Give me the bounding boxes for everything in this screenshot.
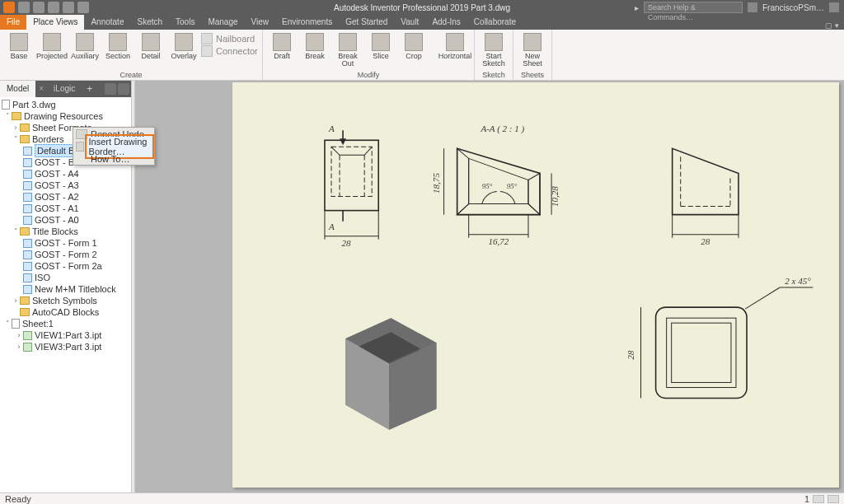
help-search-input[interactable]: Search Help & Commands…	[644, 2, 743, 13]
svg-text:A: A	[328, 222, 335, 231]
tab-add-ins[interactable]: Add-Ins	[425, 15, 467, 30]
drawing-canvas[interactable]: A A 28 A-A ( 2 : 1 )	[135, 81, 844, 492]
ribbon-group-sheets: New Sheet Sheets	[513, 30, 552, 80]
ribbon-group-label: Sketch	[478, 70, 509, 80]
svg-marker-6	[340, 138, 346, 145]
tab-get-started[interactable]: Get Started	[339, 15, 394, 30]
tree-view3[interactable]: ›VIEW3:Part 3.ipt	[0, 341, 131, 352]
drawing-sheet: A A 28 A-A ( 2 : 1 )	[232, 82, 839, 488]
tree-view1[interactable]: ›VIEW1:Part 3.ipt	[0, 329, 131, 341]
tree-root[interactable]: Part 3.dwg	[0, 99, 131, 110]
tree-border-item[interactable]: GOST - A3	[0, 180, 131, 191]
status-icon[interactable]	[828, 495, 839, 503]
projected-view-button[interactable]: Projected	[36, 31, 68, 70]
tree-title-blocks[interactable]: ˅Title Blocks	[0, 226, 131, 237]
tree-border-item[interactable]: GOST - A0	[0, 214, 131, 226]
drawing-svg: A A 28 A-A ( 2 : 1 )	[232, 82, 839, 488]
connector-button[interactable]: Connector	[201, 45, 259, 57]
tree-drawing-resources[interactable]: ˅Drawing Resources	[0, 110, 131, 122]
signin-icon[interactable]	[748, 2, 757, 12]
qat-redo-icon[interactable]	[63, 2, 74, 13]
overlay-view-button[interactable]: Overlay	[168, 31, 199, 70]
tab-environments[interactable]: Environments	[275, 15, 339, 30]
isometric-view	[345, 318, 436, 430]
section-view: A-A ( 2 : 1 ) 95° 95° 18,75 10,28	[431, 124, 560, 246]
qat-undo-icon[interactable]	[48, 2, 59, 13]
auxiliary-view-button[interactable]: Auxiliary	[69, 31, 101, 70]
ribbon-collapse-icon[interactable]: ▢ ▾	[820, 21, 844, 30]
break-out-button[interactable]: Break Out	[332, 31, 363, 70]
tree-sketch-symbols[interactable]: ›Sketch Symbols	[0, 295, 131, 306]
browser-search-icon[interactable]	[105, 83, 116, 95]
browser-tab-bar: Model × iLogic +	[0, 81, 131, 97]
user-name[interactable]: FranciscoPSm…	[762, 3, 824, 12]
tree-autocad-blocks[interactable]: AutoCAD Blocks	[0, 306, 131, 318]
browser-menu-icon[interactable]	[118, 83, 129, 95]
svg-text:2 x 45°: 2 x 45°	[785, 276, 811, 286]
undo-icon	[76, 129, 87, 139]
tree-border-item[interactable]: GOST - A2	[0, 191, 131, 203]
ribbon-group-label: Create	[3, 70, 259, 80]
horizontal-button[interactable]: Horizontal	[439, 31, 471, 70]
svg-text:28: 28	[626, 350, 635, 360]
browser-tab-ilogic[interactable]: iLogic	[47, 81, 82, 97]
ribbon-group-create: Base Projected Auxiliary Section Detail …	[0, 30, 263, 80]
svg-text:10,28: 10,28	[550, 186, 560, 207]
tree-titleblock-item[interactable]: GOST - Form 2	[0, 249, 131, 260]
tab-manage[interactable]: Manage	[201, 15, 244, 30]
tab-collaborate[interactable]: Collaborate	[467, 15, 523, 30]
svg-text:16,72: 16,72	[488, 236, 509, 246]
start-sketch-button[interactable]: Start Sketch	[478, 31, 509, 70]
create-side-panel: Nailboard Connector	[201, 31, 259, 70]
qat-more-icon[interactable]	[77, 2, 89, 13]
break-button[interactable]: Break	[299, 31, 331, 70]
slice-button[interactable]: Slice	[365, 31, 396, 70]
ribbon-group-modify: Draft Break Break Out Slice Crop Horizon…	[263, 30, 475, 80]
svg-text:18,75: 18,75	[431, 173, 441, 194]
tree-border-item[interactable]: GOST - A4	[0, 168, 131, 180]
tab-place-views[interactable]: Place Views	[26, 15, 84, 30]
status-text: Ready	[5, 494, 31, 504]
window-title: Autodesk Inventor Professional 2019 Part…	[334, 3, 510, 12]
svg-rect-1	[331, 147, 372, 196]
base-view-button[interactable]: Base	[3, 31, 35, 70]
right-side-view: 28	[673, 148, 738, 245]
svg-text:95°: 95°	[482, 182, 493, 190]
tree-border-item[interactable]: GOST - A1	[0, 203, 131, 214]
crop-button[interactable]: Crop	[398, 31, 429, 70]
context-menu: Repeat Undo Insert Drawing Border… How T…	[73, 127, 155, 166]
status-icon[interactable]	[813, 495, 824, 503]
tab-vault[interactable]: Vault	[394, 15, 425, 30]
window-help-icon[interactable]	[829, 2, 839, 12]
browser-tab-close[interactable]: ×	[35, 81, 47, 97]
tree-sheet1[interactable]: ˅Sheet:1	[0, 318, 131, 329]
ribbon-tabs: File Place Views Annotate Sketch Tools M…	[0, 15, 844, 30]
tree-titleblock-item[interactable]: GOST - Form 1	[0, 237, 131, 249]
nailboard-button[interactable]: Nailboard	[201, 33, 259, 44]
ribbon-group-label: Modify	[266, 70, 471, 80]
tab-view[interactable]: View	[245, 15, 276, 30]
qat-save-icon[interactable]	[33, 2, 45, 13]
svg-rect-38	[656, 307, 747, 398]
svg-text:A-A ( 2 : 1 ): A-A ( 2 : 1 )	[480, 124, 524, 134]
tab-annotate[interactable]: Annotate	[84, 15, 130, 30]
browser-tab-add[interactable]: +	[82, 81, 97, 97]
browser-tab-model[interactable]: Model	[0, 81, 35, 97]
section-view-button[interactable]: Section	[102, 31, 134, 70]
svg-text:28: 28	[342, 238, 352, 248]
top-view: 2 x 45° 28	[626, 276, 813, 399]
new-sheet-button[interactable]: New Sheet	[517, 31, 548, 70]
tree-titleblock-item[interactable]: New M+M Titleblock	[0, 283, 131, 295]
detail-view-button[interactable]: Detail	[135, 31, 166, 70]
svg-text:A: A	[328, 124, 335, 133]
context-insert-drawing-border[interactable]: Insert Drawing Border…	[73, 140, 154, 152]
ribbon-group-sketch: Start Sketch Sketch	[475, 30, 513, 80]
title-bar: Autodesk Inventor Professional 2019 Part…	[0, 0, 844, 15]
draft-button[interactable]: Draft	[266, 31, 298, 70]
tree-titleblock-item[interactable]: ISO	[0, 272, 131, 283]
tab-sketch[interactable]: Sketch	[130, 15, 169, 30]
tab-file[interactable]: File	[0, 15, 26, 30]
qat-open-icon[interactable]	[18, 2, 30, 13]
tab-tools[interactable]: Tools	[169, 15, 201, 30]
tree-titleblock-item[interactable]: GOST - Form 2a	[0, 260, 131, 272]
